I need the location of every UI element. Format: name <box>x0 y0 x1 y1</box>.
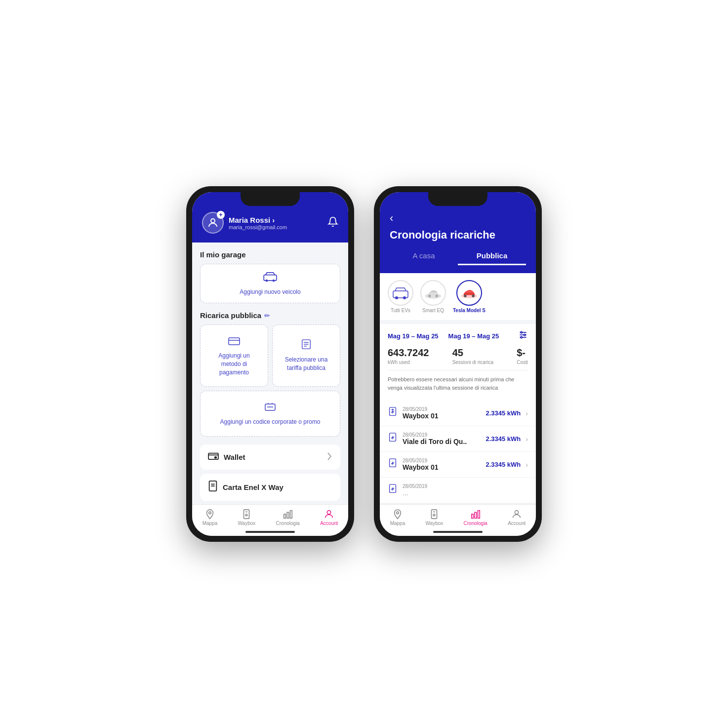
carta-label: Carta Enel X Way <box>223 483 283 491</box>
nav2-waybox[interactable]: Waybox <box>426 509 444 526</box>
session-name-3: ... <box>403 489 528 497</box>
nav2-account[interactable]: Account <box>508 509 526 526</box>
public-boxes: Aggiungi un metodo di pagamento <box>200 324 340 387</box>
session-kwh-1: 2.3345 kWh <box>486 435 521 443</box>
nav-waybox[interactable]: Waybox <box>238 509 256 526</box>
promo-icon <box>264 401 276 415</box>
select-tariff-box[interactable]: Selezionare una tariffa pubblica <box>272 324 340 387</box>
nav2-mappa[interactable]: Mappa <box>390 509 405 526</box>
svg-point-39 <box>524 334 526 335</box>
page-title: Cronologia ricariche <box>390 229 526 242</box>
phone-1: + Maria Rossi › maria_rossi@gmail.com <box>186 186 354 542</box>
nav2-cronologia[interactable]: Cronologia <box>464 509 487 526</box>
wallet-menu-item[interactable]: Wallet <box>200 445 340 470</box>
car-option-smart[interactable]: Smart EQ <box>420 280 446 313</box>
svg-point-47 <box>397 512 399 514</box>
session-chevron-1: › <box>526 435 528 443</box>
session-item-2[interactable]: 28/05/2019 Waybox 01 2.3345 kWh › <box>380 452 536 478</box>
session-date-2: 28/05/2019 <box>403 458 481 463</box>
svg-point-3 <box>273 279 275 282</box>
add-payment-box[interactable]: Aggiungi un metodo di pagamento <box>200 324 268 387</box>
nav-account[interactable]: Account <box>320 509 338 526</box>
phone1-user[interactable]: + Maria Rossi › maria_rossi@gmail.com <box>202 212 287 234</box>
car-option-tutti[interactable]: Tutti EVs <box>388 280 413 313</box>
cost-label: Costi <box>517 360 528 365</box>
public-header: Ricarica pubblica ✏ <box>200 311 340 320</box>
phones-container: + Maria Rossi › maria_rossi@gmail.com <box>186 186 542 542</box>
session-chevron-2: › <box>526 461 528 469</box>
smart-icon-box <box>420 280 446 306</box>
smart-label: Smart EQ <box>422 308 444 313</box>
session-item-1[interactable]: 28/05/2019 Viale di Toro di Qu.. 2.3345 … <box>380 426 536 452</box>
bell-icon[interactable] <box>327 216 338 230</box>
session-kwh-2: 2.3345 kWh <box>486 461 521 468</box>
session-name-2: Waybox 01 <box>403 463 481 471</box>
stats-section: Mag 19 – Mag 25 Mag 19 – Mag 25 <box>380 324 536 401</box>
date-range-1[interactable]: Mag 19 – Mag 25 <box>388 332 439 340</box>
phone1-body: Il mio garage Aggiungi nuovo veicolo <box>192 243 348 504</box>
svg-point-34 <box>472 295 474 297</box>
svg-rect-12 <box>208 453 218 460</box>
wallet-icon <box>208 451 219 463</box>
session-name-1: Viale di Toro di Qu.. <box>403 438 481 445</box>
phone-1-screen: + Maria Rossi › maria_rossi@gmail.com <box>192 192 348 536</box>
tutti-icon-box <box>388 280 413 306</box>
stat-sessions: 45 Sessioni di ricarica <box>452 347 493 365</box>
home-indicator-1 <box>245 531 295 533</box>
svg-point-28 <box>403 296 406 299</box>
add-vehicle-label: Aggiungi nuovo veicolo <box>240 288 300 296</box>
user-name: Maria Rossi › <box>229 216 287 224</box>
sessions-label: Sessioni di ricarica <box>452 360 493 365</box>
svg-rect-52 <box>475 512 477 518</box>
session-info-1: 28/05/2019 Viale di Toro di Qu.. <box>403 432 481 445</box>
stat-cost: $- Costi <box>517 347 528 365</box>
svg-rect-13 <box>215 457 217 458</box>
add-avatar-icon[interactable]: + <box>217 211 225 219</box>
add-promo-label: Aggiungi un codice corporate o promo <box>220 418 321 426</box>
session-name-0: Waybox 01 <box>403 412 481 420</box>
svg-rect-4 <box>229 338 240 345</box>
charger-icon-2 <box>388 458 398 471</box>
session-info-3: 28/05/2019 ... <box>403 484 528 497</box>
svg-point-50 <box>434 514 436 516</box>
session-item-3[interactable]: 28/05/2019 ... <box>380 478 536 503</box>
filter-icon[interactable] <box>518 330 528 342</box>
nav-cronologia[interactable]: Cronologia <box>276 509 300 526</box>
session-kwh-0: 2.3345 kWh <box>486 409 521 417</box>
charger-icon-3 <box>388 484 398 497</box>
car-option-tesla[interactable]: Tesla Model S <box>453 280 485 313</box>
stat-kwh: 643.7242 kWh used <box>388 347 429 365</box>
svg-point-0 <box>211 219 215 223</box>
session-date-0: 28/05/2019 <box>403 406 481 412</box>
notch-2 <box>428 192 487 206</box>
tariff-icon <box>301 339 312 353</box>
add-vehicle-box[interactable]: Aggiungi nuovo veicolo <box>200 264 340 303</box>
svg-point-31 <box>436 295 438 297</box>
date-range-2[interactable]: Mag 19 – Mag 25 <box>448 332 499 340</box>
session-chevron-0: › <box>526 409 528 417</box>
edit-icon[interactable]: ✏ <box>264 312 270 320</box>
svg-point-25 <box>327 511 331 514</box>
nav-mappa[interactable]: Mappa <box>202 509 218 526</box>
tab-casa[interactable]: A casa <box>390 247 458 265</box>
session-info-2: 28/05/2019 Waybox 01 <box>403 458 481 471</box>
card-icon <box>228 335 240 349</box>
charger-icon-1 <box>388 432 398 445</box>
svg-point-27 <box>395 296 398 299</box>
add-promo-box[interactable]: Aggiungi un codice corporate o promo <box>200 391 340 437</box>
svg-point-33 <box>464 295 466 297</box>
carta-menu-item[interactable]: Carta Enel X Way <box>200 474 340 501</box>
session-date-3: 28/05/2019 <box>403 484 528 489</box>
tab-pubblica[interactable]: Pubblica <box>458 247 526 265</box>
svg-point-38 <box>521 331 522 333</box>
wallet-chevron <box>326 452 332 463</box>
session-list: 28/05/2019 Waybox 01 2.3345 kWh › <box>380 401 536 503</box>
tabs-row: A casa Pubblica <box>390 247 526 265</box>
notch-1 <box>241 192 300 206</box>
car-selector: Tutti EVs <box>380 273 536 320</box>
session-item-0[interactable]: 28/05/2019 Waybox 01 2.3345 kWh › <box>380 401 536 426</box>
back-button[interactable]: ‹ <box>390 212 526 225</box>
svg-point-18 <box>209 512 211 514</box>
carta-icon <box>208 481 218 494</box>
home-indicator-2 <box>433 531 483 533</box>
